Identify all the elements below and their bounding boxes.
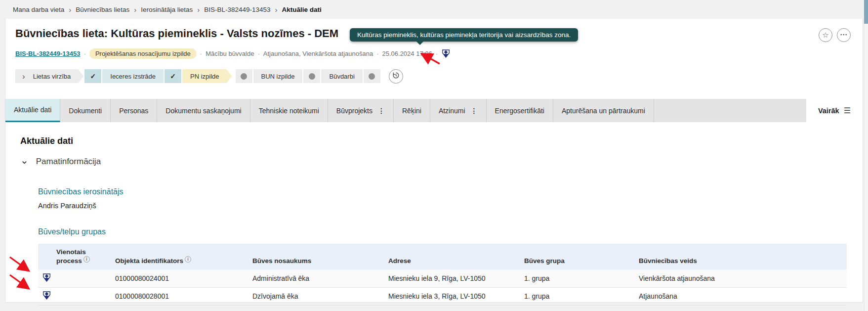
tab-label: Rēķini (402, 107, 421, 115)
tab-buvprojekts[interactable]: Būvprojekts⋮ (328, 99, 394, 122)
stage-buvdarbi[interactable]: Būvdarbi (321, 69, 362, 83)
workflow-lead-label: Lietas virzība (33, 73, 71, 80)
construction-types: Atjaunošana, Vienkāršota atjaunošana (263, 50, 373, 57)
breadcrumb-separator-icon: › (134, 5, 136, 14)
column-adrese: Adrese (388, 257, 411, 265)
dot-separator: · (436, 50, 438, 57)
tab-label: Tehniskie noteikumi (259, 107, 319, 115)
initiator-heading: Būvniecības ierosinātājs (38, 187, 848, 196)
cell-object-id: 01000080028001 (115, 287, 252, 305)
cultural-monument-shield-icon[interactable] (43, 273, 50, 282)
content-heading: Aktuālie dati (20, 136, 848, 146)
vertical-scrollbar[interactable] (864, 0, 868, 311)
breadcrumb-item-ierosinataja-lietas[interactable]: Ierosinātāja lietas (141, 6, 193, 13)
tab-energosertifikati[interactable]: Energosertifikāti (487, 99, 553, 122)
breadcrumb-item-buvniecibas-lietas[interactable]: Būvniecības lietas (76, 6, 129, 13)
stage-pending-dot-icon (236, 69, 252, 83)
stage-pending-dot-icon (303, 69, 320, 83)
stage-done-check-icon: ✓ (165, 69, 181, 83)
cell-address: Miesnieku iela 3, Rīga, LV-1050 (388, 287, 524, 305)
tab-content: Aktuālie dati ⌄ Pamatinformācija Būvniec… (5, 122, 863, 306)
dot-separator: · (257, 50, 259, 57)
updated-datetime: 25.06.2024 17:06 (382, 50, 432, 57)
chevron-right-icon: › (22, 72, 25, 81)
monument-tooltip-text: Kultūras piemineklis, kultūras pieminekļ… (357, 31, 571, 39)
favorite-button[interactable]: ☆ (819, 28, 832, 42)
tabbar-filler (654, 99, 806, 122)
stage-done-check-icon: ✓ (84, 69, 101, 83)
section-pamatinformacija-toggle[interactable]: ⌄ Pamatinformācija (20, 157, 848, 167)
column-buvniecibas-veids: Būvniecības veids (639, 257, 697, 265)
scrollbar-thumb[interactable] (864, 0, 868, 24)
cell-building-name: Administratīvā ēka (252, 269, 388, 287)
table-row: 01000080028001 Dzīvojamā ēka Miesnieku i… (38, 287, 847, 305)
column-buves-nosaukums: Būves nosaukums (252, 257, 311, 265)
history-clock-icon (392, 71, 400, 81)
cultural-monument-shield-icon[interactable] (442, 49, 450, 58)
workflow-history-button[interactable] (389, 69, 403, 84)
monument-tooltip: Kultūras piemineklis, kultūras pieminekļ… (350, 28, 578, 42)
tab-label: Atzinumi (439, 107, 465, 115)
tooltip-caret (416, 41, 424, 45)
tab-more-label: Vairāk (818, 107, 839, 115)
tab-dokumentu-saskanojumi[interactable]: Dokumentu saskaņojumi (157, 99, 250, 122)
stage-pn-izpilde[interactable]: PN izpilde (182, 69, 232, 83)
tab-label: Apturēšana un pārtraukumi (562, 107, 645, 115)
stage-pending-dot-icon (364, 69, 380, 83)
stage-bun-izpilde[interactable]: BUN izpilde (253, 69, 303, 83)
breadcrumb-separator-icon: › (69, 5, 71, 14)
kebab-icon[interactable]: ⋮ (378, 107, 385, 115)
ellipsis-icon: ⋯ (840, 30, 848, 39)
star-icon: ☆ (822, 31, 828, 40)
tab-more-button[interactable]: Vairāk ☰ (806, 99, 863, 122)
initiator-name: Andris Paraudziņš (38, 202, 848, 210)
tab-label: Personas (119, 107, 148, 115)
info-icon[interactable]: i (185, 256, 191, 263)
tab-personas[interactable]: Personas (111, 99, 157, 122)
section-title: Pamatinformācija (36, 157, 101, 167)
cell-construction-type: Atjaunošana (639, 287, 847, 305)
breadcrumb-item-current: Aktuālie dati (282, 6, 322, 13)
info-icon[interactable]: i (83, 256, 90, 263)
dot-separator: · (200, 50, 202, 57)
dot-separator: · (376, 50, 378, 57)
groups-heading: Būves/telpu grupas (38, 227, 848, 236)
tab-label: Dokumenti (69, 107, 102, 115)
tab-apturesana-un-partraukumi[interactable]: Apturēšana un pārtraukumi (553, 99, 654, 122)
cell-address: Miesnieku iela 9, Rīga, LV-1050 (388, 269, 524, 287)
breadcrumb-item-case-number[interactable]: BIS-BL-382449-13453 (204, 6, 270, 13)
buildings-table: Vienotais processi Objekta identifikator… (38, 244, 847, 306)
more-actions-button[interactable]: ⋯ (837, 28, 851, 42)
table-row: 01000080024001 Administratīvā ēka Miesni… (38, 269, 847, 287)
breadcrumb-item-mana-darba-vieta[interactable]: Mana darba vieta (13, 6, 64, 13)
column-objekta-identifikators: Objekta identifikators (115, 257, 183, 265)
column-buves-grupa: Būves grupa (524, 257, 565, 265)
tab-dokumenti[interactable]: Dokumenti (60, 99, 111, 122)
organization-name: Mācību būvvalde (206, 50, 254, 57)
breadcrumb-separator-icon: › (275, 5, 278, 14)
tab-atzinumi[interactable]: Atzinumi⋮ (430, 99, 487, 122)
workflow-lead-button[interactable]: › Lietas virzība (15, 69, 83, 83)
stage-ieceres-izstrade[interactable]: Ieceres izstrāde (102, 69, 164, 83)
status-badge: Projektēšanas nosacījumu izpilde (89, 48, 197, 59)
cultural-monument-shield-icon[interactable] (43, 291, 50, 300)
column-vienotais-process: Vienotais process (56, 248, 86, 265)
breadcrumb-separator-icon: › (197, 5, 200, 14)
cell-construction-type: Vienkāršota atjaunošana (639, 269, 847, 287)
cell-object-id: 01000080024001 (115, 269, 252, 287)
tab-aktualie-dati[interactable]: Aktuālie dati (5, 99, 60, 122)
kebab-icon[interactable]: ⋮ (471, 107, 478, 115)
case-number-link[interactable]: BIS-BL-382449-13453 (15, 50, 81, 57)
tab-label: Būvprojekts (336, 107, 372, 115)
tab-label: Aktuālie dati (14, 106, 51, 114)
cell-building-group: 1. grupa (524, 287, 639, 305)
tab-tehniskie-noteikumi[interactable]: Tehniskie noteikumi (250, 99, 328, 122)
chevron-down-icon: ⌄ (20, 157, 29, 163)
hamburger-icon: ☰ (844, 106, 851, 115)
page-title: Būvniecības lieta: Kultūras piemineklis … (15, 27, 338, 40)
tab-label: Energosertifikāti (495, 107, 544, 115)
tab-rekini[interactable]: Rēķini (394, 99, 430, 122)
table-header-row: Vienotais processi Objekta identifikator… (38, 244, 847, 269)
cell-building-name: Dzīvojamā ēka (252, 287, 388, 305)
tab-bar: Aktuālie dati Dokumenti Personas Dokumen… (5, 99, 863, 122)
